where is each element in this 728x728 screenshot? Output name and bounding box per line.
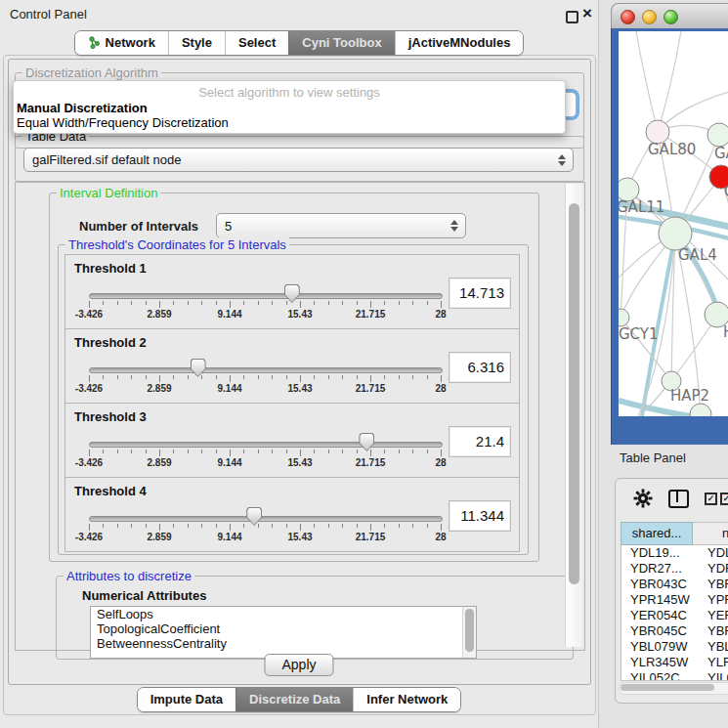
network-node-gcy1[interactable] (619, 309, 629, 326)
discretization-algorithm-title: Discretization Algorithm (22, 65, 161, 80)
cell-name: YBR0 (701, 577, 728, 592)
attribute-list-item[interactable]: TopologicalCoefficient (91, 621, 476, 636)
settings-scroll-panel: Interval Definition Number of Intervals … (15, 182, 585, 651)
threshold-value-field[interactable]: 14.713 (449, 278, 511, 309)
cell-shared-name: YER054C (621, 608, 701, 623)
threshold-slider-track[interactable] (89, 516, 443, 522)
cell-name: YBL0 (701, 639, 728, 655)
tab-infer-network[interactable]: Infer Network (353, 688, 460, 711)
network-node-ga[interactable] (707, 123, 728, 147)
table-horizontal-scrollbar[interactable] (619, 682, 728, 695)
threshold-value-field[interactable]: 6.316 (449, 352, 511, 383)
attribute-list-item[interactable]: SelfLoops (91, 607, 476, 621)
attributes-group-title: Attributes to discretize (64, 569, 194, 583)
tab-select[interactable]: Select (225, 31, 288, 55)
control-panel: Control Panel × NetworkStyleSelectCyni T… (0, 0, 599, 728)
table-data-combobox[interactable]: galFiltered.sif default node (23, 148, 574, 172)
attributes-group: Attributes to discretize Numerical Attri… (56, 576, 574, 660)
tab-jactivemnodules[interactable]: jActiveMNodules (395, 31, 524, 55)
table-panel-toolbar: ✓ ✓ (616, 479, 728, 518)
dropdown-option-manual-discretization[interactable]: Manual Discretization (17, 101, 148, 115)
dropdown-option-equal-width-frequency[interactable]: Equal Width/Frequency Discretization (17, 115, 229, 130)
threshold-panel-1: Threshold 1-3.4262.8599.14415.4321.71528… (64, 254, 520, 329)
threshold-slider-track[interactable] (89, 293, 443, 299)
tab-style[interactable]: Style (168, 31, 225, 55)
checkbox-icon[interactable]: ✓ (720, 492, 728, 505)
table-row[interactable]: YLR345WYLR3 (621, 655, 728, 670)
threshold-label: Threshold 4 (74, 484, 147, 498)
combo-spinner-icon (450, 220, 458, 232)
network-edge[interactable] (658, 31, 681, 132)
attribute-list-item[interactable]: BetweennessCentrality (91, 636, 476, 651)
table-row[interactable]: YBR043CYBR0 (621, 577, 728, 592)
mac-minimize-icon[interactable] (642, 10, 657, 24)
apply-button[interactable]: Apply (264, 654, 333, 676)
close-icon[interactable]: × (582, 4, 592, 23)
slider-tick-labels: -3.4262.8599.14415.4321.71528 (89, 383, 441, 395)
numerical-attributes-list[interactable]: SelfLoopsTopologicalCoefficientBetweenne… (90, 606, 477, 659)
table-row[interactable]: YPR145WYPR1 (621, 592, 728, 608)
thresholds-group: Threshold's Coordinates for 5 Intervals … (58, 244, 529, 555)
network-node-label: GCY1 (619, 325, 659, 343)
cell-shared-name: YBR045C (621, 623, 701, 639)
threshold-slider-track[interactable] (89, 442, 443, 448)
attributes-list-scrollbar[interactable] (462, 607, 476, 658)
network-node-label: C (724, 183, 728, 200)
tab-label: Style (182, 35, 212, 50)
checkbox-icon[interactable]: ✓ (705, 492, 717, 505)
slider-ticks (89, 450, 441, 457)
mac-close-icon[interactable] (621, 10, 635, 24)
select-columns-icons[interactable]: ✓ ✓ (705, 492, 728, 505)
tab-discretize-data[interactable]: Discretize Data (236, 688, 353, 711)
threshold-value-field[interactable]: 11.344 (449, 500, 511, 532)
slider-tick-labels: -3.4262.8599.14415.4321.71528 (89, 457, 441, 469)
network-window-titlebar[interactable] (611, 3, 728, 30)
cell-name: YBR0 (701, 623, 728, 639)
interval-definition-title: Interval Definition (57, 186, 160, 200)
cell-shared-name: YIL052C (621, 670, 701, 681)
gear-icon[interactable] (633, 489, 653, 508)
algorithm-dropdown-popup: Select algorithm to view settings Manual… (13, 80, 566, 134)
tab-label: Network (106, 35, 155, 50)
mac-zoom-icon[interactable] (664, 10, 678, 24)
network-graph: GAL80GACGAL11GAL4GCY1HHAP2 (619, 31, 728, 416)
column-header-shared-name[interactable]: shared... (621, 522, 693, 545)
panel-title: Control Panel (10, 7, 87, 21)
network-node-label: GAL4 (678, 246, 717, 264)
cell-shared-name: YDL19... (621, 545, 701, 561)
float-window-icon[interactable] (566, 11, 578, 23)
table-row[interactable]: YDR27...YDR2 (621, 561, 728, 577)
table-row[interactable]: YER054CYER0 (621, 608, 728, 623)
network-node[interactable] (690, 404, 711, 416)
network-canvas[interactable]: GAL80GACGAL11GAL4GCY1HHAP2 (619, 31, 728, 416)
threshold-slider-track[interactable] (89, 367, 443, 373)
cell-name: YPR1 (701, 592, 728, 608)
tab-label: Impute Data (150, 692, 223, 707)
table-row[interactable]: YIL052CYIL0 (621, 670, 728, 681)
column-header-name[interactable]: n (693, 522, 728, 545)
table-row[interactable]: YDL19...YDL1 (621, 545, 728, 561)
table-header-row: shared... n (621, 522, 728, 545)
slider-ticks (89, 524, 441, 532)
table-row[interactable]: YBR045CYBR0 (621, 623, 728, 639)
cell-shared-name: YDR27... (621, 561, 701, 577)
cell-name: YIL0 (701, 670, 728, 681)
tab-impute-data[interactable]: Impute Data (138, 688, 236, 711)
table-row[interactable]: YBL079WYBL0 (621, 639, 728, 655)
settings-vertical-scrollbar[interactable] (565, 184, 582, 647)
tab-label: Cyni Toolbox (302, 35, 381, 50)
table-data-group: Table Data galFiltered.sif default node (15, 136, 584, 182)
number-of-intervals-combobox[interactable]: 5 (216, 213, 466, 238)
tab-cyni-toolbox[interactable]: Cyni Toolbox (288, 31, 394, 55)
threshold-value-field[interactable]: 21.4 (449, 426, 511, 457)
threshold-label: Threshold 2 (74, 335, 147, 350)
tab-label: Select (238, 35, 276, 50)
tab-network[interactable]: Network (75, 31, 168, 55)
network-edge[interactable] (636, 31, 658, 132)
network-node-label: GAL11 (619, 198, 664, 216)
number-of-intervals-label: Number of Intervals (79, 219, 198, 234)
split-columns-icon[interactable] (668, 490, 689, 508)
network-node-gal4[interactable] (659, 217, 692, 250)
combo-spinner-icon (558, 154, 566, 166)
number-of-intervals-value: 5 (225, 219, 232, 234)
